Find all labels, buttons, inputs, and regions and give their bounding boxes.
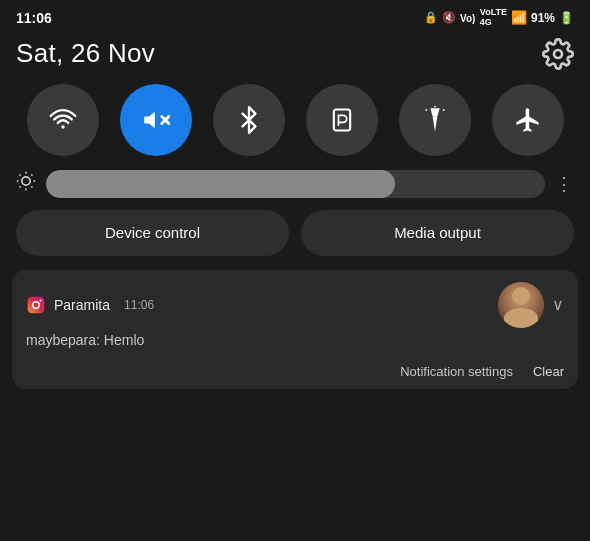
lock-icon: 🔒 (424, 11, 438, 24)
mute-tile[interactable] (120, 84, 192, 156)
mute-icon: 🔇 (442, 11, 456, 24)
battery-display: 91% (531, 11, 555, 25)
time-display: 11:06 (16, 10, 52, 26)
brightness-row: ⋮ (0, 168, 590, 210)
battery-icon: 🔋 (559, 11, 574, 25)
notification-actions: Notification settings Clear (26, 358, 564, 379)
svg-point-1 (554, 50, 562, 58)
svg-line-19 (31, 175, 32, 176)
svg-point-11 (22, 177, 30, 185)
svg-line-9 (425, 109, 426, 110)
svg-line-15 (31, 187, 32, 188)
control-buttons-row: Device control Media output (0, 210, 590, 270)
date-display: Sat, 26 Nov (16, 38, 155, 69)
network-info: VoLTE 4G (480, 8, 507, 28)
status-bar: 11:06 🔒 🔇 Vo) VoLTE 4G 📶 91% 🔋 (0, 0, 590, 32)
brightness-fill (46, 170, 395, 198)
brightness-icon (16, 171, 36, 196)
signal-icon: 📶 (511, 10, 527, 25)
wifi-tile[interactable] (27, 84, 99, 156)
notification-header: Paramita 11:06 ∨ (26, 282, 564, 328)
more-options-icon[interactable]: ⋮ (555, 173, 574, 195)
notification-header-right: ∨ (498, 282, 564, 328)
brightness-slider[interactable] (46, 170, 545, 198)
svg-line-14 (20, 175, 21, 176)
date-row: Sat, 26 Nov (0, 32, 590, 80)
flashlight-tile[interactable] (399, 84, 471, 156)
notification-time: 11:06 (124, 298, 154, 312)
quick-settings-row (0, 80, 590, 168)
notification-message: maybepara: Hemlo (26, 332, 564, 348)
svg-marker-3 (144, 112, 155, 128)
svg-text:Vo): Vo) (460, 13, 475, 24)
status-icons: 🔒 🔇 Vo) VoLTE 4G 📶 91% 🔋 (424, 8, 574, 28)
airplane-tile[interactable] (492, 84, 564, 156)
avatar-image (498, 282, 544, 328)
svg-rect-6 (333, 109, 349, 130)
settings-icon[interactable] (542, 38, 574, 70)
notification-settings-button[interactable]: Notification settings (400, 364, 513, 379)
clear-notification-button[interactable]: Clear (533, 364, 564, 379)
expand-icon[interactable]: ∨ (552, 295, 564, 314)
notification-card: Paramita 11:06 ∨ maybepara: Hemlo Notifi… (12, 270, 578, 389)
svg-line-10 (443, 109, 444, 110)
svg-point-22 (40, 299, 42, 301)
device-control-button[interactable]: Device control (16, 210, 289, 256)
media-output-button[interactable]: Media output (301, 210, 574, 256)
bluetooth-tile[interactable] (213, 84, 285, 156)
svg-point-2 (61, 125, 65, 129)
nfc-tile[interactable] (306, 84, 378, 156)
svg-line-18 (20, 187, 21, 188)
wifi-calling-icon: Vo) (460, 11, 476, 25)
notification-app-name: Paramita (54, 297, 110, 313)
notification-app-info: Paramita 11:06 (26, 295, 154, 315)
notification-avatar (498, 282, 544, 328)
svg-rect-20 (28, 296, 45, 313)
instagram-icon (26, 295, 46, 315)
